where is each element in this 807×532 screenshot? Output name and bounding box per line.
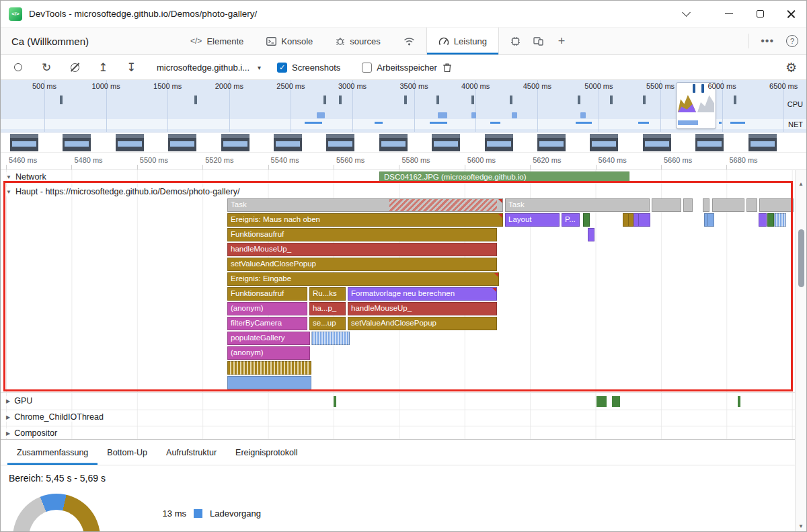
flame-bar[interactable] [712,198,744,212]
screenshot-thumbnail[interactable] [168,134,196,151]
vertical-scrollbar[interactable]: ▲ ▼ [795,170,806,532]
screenshot-thumbnail[interactable] [537,134,566,151]
flame-bar[interactable] [638,213,650,227]
flame-bar[interactable]: (anonym) [227,346,310,360]
garbage-collect-button[interactable] [443,63,452,73]
dock-options-button[interactable] [670,1,701,27]
screenshot-thumbnail[interactable] [643,134,671,151]
net-track-label: NET [788,120,803,128]
record-button[interactable] [11,59,25,76]
minimize-button[interactable] [714,1,744,27]
screenshot-thumbnail[interactable] [274,134,302,151]
flame-bar[interactable] [759,198,794,212]
flame-bar[interactable] [746,198,757,212]
flame-bar[interactable] [583,213,590,227]
load-profile-button[interactable]: ↥ [96,59,110,76]
memory-label[interactable]: Arbeitsspeicher [377,63,437,73]
settings-gear-button[interactable]: ⚙ [785,60,797,75]
maximize-button[interactable] [744,1,775,27]
flame-bar[interactable]: (anonym) [227,302,307,315]
flame-bar[interactable] [683,198,693,212]
screenshot-thumbnail[interactable] [221,134,249,151]
clear-button[interactable] [68,59,81,76]
overview-tick-label: 2500 ms [270,82,311,90]
flame-bar[interactable]: Funktionsaufruf [227,228,497,241]
target-select[interactable]: microsoftedge.github.i... ▾ [157,63,261,73]
panel-tabs: </> Elemente Konsole sources Leistung [179,28,499,54]
flame-bar[interactable] [227,376,311,389]
tab-performance[interactable]: Leistung [426,28,499,54]
flame-bar[interactable]: filterByCamera [227,317,307,330]
help-button[interactable]: ? [786,35,798,47]
flame-bar[interactable] [227,361,311,375]
flame-bar[interactable]: Funktionsaufruf [227,287,307,301]
tab-network-conditions[interactable] [392,28,426,54]
flame-bar[interactable]: Ereignis: Eingabe [227,272,499,286]
flame-bar[interactable]: Ru...ks [309,287,346,301]
selection-left-grip[interactable] [693,84,695,93]
flame-chart[interactable]: TaskTaskEreignis: Maus nach obenLayoutP.… [1,198,796,392]
tab-welcome[interactable]: Ca (Willkommen) [1,28,100,54]
flame-bar[interactable] [652,198,681,212]
screenshot-thumbnail[interactable] [590,134,618,151]
bottom-tab-aufrufstruktur[interactable]: Aufrufstruktur [157,440,226,465]
screenshot-thumbnail[interactable] [10,134,38,151]
flame-bar[interactable]: ha...p_ [309,302,346,315]
screenshot-thumbnail[interactable] [695,134,724,151]
flame-bar[interactable]: P... [562,213,580,227]
flame-bar[interactable] [767,213,774,227]
add-panel-button[interactable]: + [551,31,572,51]
tab-elements[interactable]: </> Elemente [179,28,255,54]
memory-checkbox[interactable] [362,63,372,73]
tab-console[interactable]: Konsole [255,28,324,54]
scroll-down-arrow[interactable]: ▼ [796,523,806,529]
screenshot-thumbnail[interactable] [63,134,91,151]
flame-bar[interactable] [703,198,709,212]
network-section-header[interactable]: ▼ Network [6,172,52,182]
overview-track[interactable]: CPU NET 500 ms1000 ms1500 ms2000 ms2500 … [1,80,806,132]
more-menu-button[interactable]: ••• [755,35,779,47]
scroll-up-arrow[interactable]: ▲ [796,181,806,187]
screenshots-label[interactable]: Screenshots [292,63,340,73]
flame-bar[interactable]: Formatvorlage neu berechnen [348,287,497,301]
flame-bar[interactable] [707,213,714,227]
compositor-section-header[interactable]: ▶ Compositor [6,428,63,438]
summary-range-label: Bereich: 5,45 s - 5,69 s [1,465,806,484]
screenshot-thumbnail[interactable] [379,134,408,151]
flame-bar[interactable] [774,213,786,227]
save-profile-button[interactable]: ↧ [124,59,138,76]
flame-bar[interactable]: setValueAndClosePopup [227,258,497,271]
screenshot-thumbnail[interactable] [116,134,144,151]
flame-bar[interactable]: Layout [505,213,560,227]
flame-bar[interactable]: setValueAndClosePopup [348,317,497,330]
flame-bar[interactable]: Task [227,198,503,212]
flame-bar[interactable]: handleMouseUp_ [227,243,497,256]
flame-bar[interactable] [588,228,594,241]
gpu-activity-mark [612,396,620,407]
flame-bar[interactable] [759,213,767,227]
flame-bar[interactable]: handleMouseUp_ [348,302,497,315]
overview-tick-label: 2000 ms [209,82,249,90]
tab-sources[interactable]: sources [324,28,392,54]
reload-and-record-button[interactable]: ↻ [40,59,53,76]
flame-bar[interactable]: populateGallery [227,332,310,345]
performance-monitor-chip-icon[interactable] [506,31,526,51]
flame-bar[interactable]: Task [505,198,650,212]
bottom-tab-zusammenfassung[interactable]: Zusammenfassung [7,440,98,465]
flame-bar[interactable]: se...up [309,317,346,330]
io-thread-section-header[interactable]: ▶ Chrome_ChildIOThread [6,412,109,422]
network-request-bar[interactable]: DSC04162.JPG (microsoftedge.github.io) [379,172,629,183]
close-button[interactable] [775,1,806,27]
screenshot-thumbnail[interactable] [432,134,460,151]
screenshot-thumbnail[interactable] [485,134,513,151]
screenshot-thumbnail[interactable] [748,134,777,151]
flame-bar[interactable]: Ereignis: Maus nach oben [227,213,503,227]
scrollbar-thumb[interactable] [798,229,804,287]
device-toolbar-icon[interactable] [529,31,549,51]
screenshot-thumbnail[interactable] [326,134,354,151]
main-thread-section-header[interactable]: ▼ Haupt - https://microsoftedge.github.i… [6,187,245,196]
screenshots-checkbox[interactable]: ✓ [277,63,287,73]
bottom-tab-bottomup[interactable]: Bottom-Up [98,440,157,465]
flame-bar[interactable] [311,332,350,345]
bottom-tab-ereignisprotokoll[interactable]: Ereignisprotokoll [226,440,307,465]
